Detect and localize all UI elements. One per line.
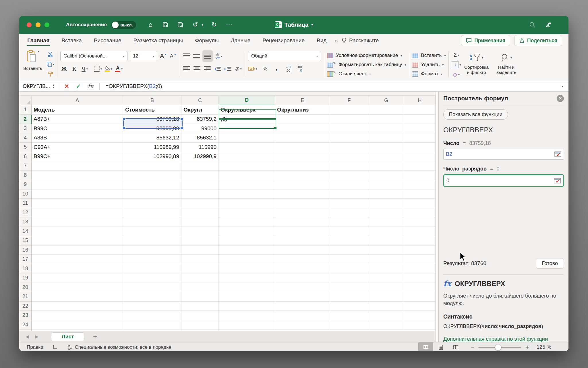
- cell-D4[interactable]: [219, 133, 275, 143]
- cell-D15[interactable]: [219, 236, 275, 246]
- save-as-icon[interactable]: [176, 21, 184, 29]
- row-header-5[interactable]: 5: [19, 143, 32, 152]
- wrap-text-button[interactable]: abc↩ ▾: [215, 52, 223, 60]
- cell-F22[interactable]: [330, 302, 368, 311]
- add-sheet-button[interactable]: +: [93, 333, 97, 341]
- row-header-22[interactable]: 22: [19, 302, 32, 311]
- cell-B4[interactable]: 85632,12: [123, 133, 181, 143]
- cell-H12[interactable]: [404, 208, 436, 218]
- cell-G16[interactable]: [368, 246, 404, 255]
- cell-H4[interactable]: [404, 133, 436, 143]
- tab-Главная[interactable]: Главная: [27, 34, 50, 47]
- cell-F15[interactable]: [330, 236, 368, 246]
- cell-D8[interactable]: [219, 171, 275, 180]
- page-layout-view-button[interactable]: [433, 342, 448, 351]
- cell-A10[interactable]: [32, 189, 123, 199]
- format-cells-button[interactable]: Формат▾: [412, 69, 446, 78]
- share-button[interactable]: Поделиться: [514, 35, 562, 46]
- cell-C3[interactable]: 99000: [181, 124, 219, 133]
- tell-me-button[interactable]: Расскажите: [341, 37, 379, 44]
- cell-C19[interactable]: [181, 273, 219, 283]
- cell-F24[interactable]: [330, 320, 368, 330]
- cell-E12[interactable]: [275, 208, 330, 218]
- row-header-20[interactable]: 20: [19, 283, 32, 292]
- cell-G12[interactable]: [368, 208, 404, 218]
- row-header-15[interactable]: 15: [19, 236, 32, 246]
- currency-format-button[interactable]: ▾: [248, 64, 257, 73]
- cell-G21[interactable]: [368, 292, 404, 302]
- cell-F14[interactable]: [330, 227, 368, 236]
- comma-format-button[interactable]: ,: [273, 63, 280, 72]
- arg2-input[interactable]: 0: [443, 174, 564, 187]
- cell-H6[interactable]: [404, 152, 436, 162]
- cell-B21[interactable]: [123, 292, 181, 302]
- cell-C21[interactable]: [181, 292, 219, 302]
- share-contact-icon[interactable]: [544, 21, 552, 29]
- cell-B16[interactable]: [123, 246, 181, 255]
- tab-Рецензирование[interactable]: Рецензирование: [262, 34, 305, 47]
- increase-font-button[interactable]: A▲: [160, 52, 167, 60]
- row-header-21[interactable]: 21: [19, 292, 32, 302]
- cell-H23[interactable]: [404, 311, 436, 320]
- tab-overflow-icon[interactable]: »: [334, 37, 337, 44]
- comments-button[interactable]: Примечания: [461, 35, 510, 46]
- range-picker-icon[interactable]: [554, 178, 561, 183]
- cell-C7[interactable]: [181, 161, 219, 171]
- cell-D20[interactable]: [219, 283, 275, 292]
- more-help-link[interactable]: Дополнительная справка по этой функции: [443, 336, 564, 342]
- cell-C4[interactable]: 85632,1: [181, 133, 219, 143]
- conditional-formatting-button[interactable]: Условное форматирование▾: [327, 51, 406, 60]
- formula-bar-expand-icon[interactable]: ▾: [562, 84, 563, 88]
- cell-A15[interactable]: [32, 236, 123, 246]
- underline-button[interactable]: Ч▾: [81, 64, 88, 73]
- tab-Формулы[interactable]: Формулы: [194, 34, 219, 47]
- cell-F2[interactable]: [330, 115, 368, 124]
- column-header-H[interactable]: H: [404, 96, 436, 105]
- cell-D11[interactable]: [219, 199, 275, 208]
- cell-G6[interactable]: [368, 152, 404, 162]
- sort-filter-button[interactable]: АЯ ▾ Сортировкаи фильтр: [461, 47, 492, 81]
- cell-H8[interactable]: [404, 171, 436, 180]
- cell-C8[interactable]: [181, 171, 219, 180]
- cell-E18[interactable]: [275, 264, 330, 274]
- cell-D10[interactable]: [219, 189, 275, 199]
- cell-C25[interactable]: [181, 329, 219, 331]
- cell-G13[interactable]: [368, 217, 404, 227]
- cancel-entry-icon[interactable]: ✕: [64, 83, 69, 90]
- cell-H22[interactable]: [404, 302, 436, 311]
- cell-F23[interactable]: [330, 311, 368, 320]
- clear-button[interactable]: ◇▾: [452, 70, 461, 78]
- cell-B25[interactable]: [123, 329, 181, 331]
- cell-B24[interactable]: [123, 320, 181, 330]
- cell-B6[interactable]: 102990,89: [123, 152, 181, 162]
- zoom-out-button[interactable]: −: [471, 344, 474, 351]
- cell-A23[interactable]: [32, 311, 123, 320]
- align-bottom-button[interactable]: [202, 50, 213, 62]
- cell-F21[interactable]: [330, 292, 368, 302]
- cell-C23[interactable]: [181, 311, 219, 320]
- cell-C10[interactable]: [181, 189, 219, 199]
- cell-H7[interactable]: [404, 161, 436, 171]
- column-header-F[interactable]: F: [330, 96, 368, 105]
- cell-H19[interactable]: [404, 273, 436, 283]
- cell-B19[interactable]: [123, 273, 181, 283]
- cell-G10[interactable]: [368, 189, 404, 199]
- cell-H16[interactable]: [404, 246, 436, 255]
- align-left-button[interactable]: [183, 64, 190, 73]
- cell-B14[interactable]: [123, 227, 181, 236]
- row-header-11[interactable]: 11: [19, 199, 32, 208]
- cell-G23[interactable]: [368, 311, 404, 320]
- cell-A19[interactable]: [32, 273, 123, 283]
- cell-A11[interactable]: [32, 199, 123, 208]
- arg1-input[interactable]: B2: [443, 149, 564, 160]
- cell-D2[interactable]: ;0): [219, 115, 275, 124]
- cell-B13[interactable]: [123, 217, 181, 227]
- cell-E6[interactable]: [275, 152, 330, 162]
- panel-close-icon[interactable]: ✕: [557, 95, 564, 102]
- cell-F19[interactable]: [330, 273, 368, 283]
- cell-F25[interactable]: [330, 329, 368, 331]
- cell-G1[interactable]: [368, 105, 404, 115]
- cell-D21[interactable]: [219, 292, 275, 302]
- cell-G19[interactable]: [368, 273, 404, 283]
- cell-B9[interactable]: [123, 180, 181, 189]
